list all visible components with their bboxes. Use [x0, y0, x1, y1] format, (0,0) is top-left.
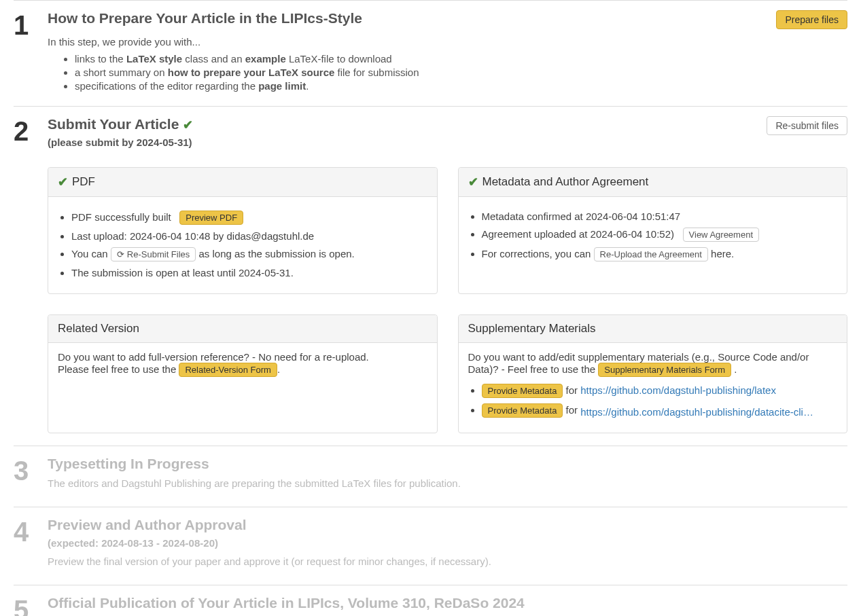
step-desc: Preview the final version of your paper … [48, 556, 847, 567]
panel-heading: ✔ PDF [48, 168, 437, 197]
step-5: 5 Official Publication of Your Article i… [14, 585, 847, 616]
step-number: 1 [14, 10, 48, 94]
related-text: Do you want to add full-version referenc… [58, 351, 427, 363]
pdf-panel: ✔ PDF PDF successfully built Preview PDF… [48, 167, 438, 294]
panel-heading: Related Version [48, 315, 437, 343]
step-3: 3 Typesetting In Progress The editors an… [14, 446, 847, 507]
panel-heading: Supplementary Materials [459, 315, 847, 343]
check-icon: ✔ [183, 118, 193, 132]
step-body: Submit Your Article ✔ (please submit by … [48, 116, 847, 433]
step-number: 2 [14, 116, 48, 433]
list-item: Provide Metadata for https://github.com/… [482, 384, 838, 398]
supplementary-materials-panel: Supplementary Materials Do you want to a… [458, 314, 848, 433]
list-item: Last upload: 2024-06-04 10:48 by didas@d… [71, 230, 427, 242]
list-item: Provide Metadata for https://github.com/… [482, 403, 838, 418]
bullet-item: a short summary on how to prepare your L… [75, 67, 847, 78]
step-number: 5 [14, 595, 48, 616]
list-item: You can ⟳Re-Submit Files as long as the … [71, 247, 427, 261]
supp-link[interactable]: https://github.com/dagstuhl-publishing/l… [580, 384, 776, 396]
step-4: 4 Preview and Author Approval (expected:… [14, 507, 847, 585]
list-item: Metadata confirmed at 2024-06-04 10:51:4… [482, 211, 838, 222]
step-subtitle: (expected: 2024-08-13 - 2024-08-20) [48, 537, 847, 549]
provide-metadata-button[interactable]: Provide Metadata [482, 403, 563, 418]
resubmit-files-button[interactable]: Re-submit files [767, 116, 847, 135]
view-agreement-button[interactable]: View Agreement [683, 228, 759, 242]
step-1: 1 How to Prepare Your Article in the LIP… [14, 0, 847, 106]
supplementary-materials-form-button[interactable]: Supplementary Materials Form [598, 363, 731, 377]
resubmit-files-inline-button[interactable]: ⟳Re-Submit Files [111, 247, 196, 261]
supp-intro: Do you want to add/edit supplementary ma… [468, 351, 838, 377]
step-title: How to Prepare Your Article in the LIPIc… [48, 10, 362, 26]
reupload-agreement-button[interactable]: Re-Upload the Agreement [594, 247, 708, 261]
panel-heading: ✔ Metadata and Author Agreement [459, 168, 847, 197]
refresh-icon: ⟳ [117, 249, 124, 259]
supp-link[interactable]: https://github.com/dagstuhl-publishing/d… [580, 406, 813, 418]
step-number: 3 [14, 456, 48, 494]
step-title: Typesetting In Progress [48, 456, 847, 472]
step-subtitle: (please submit by 2024-05-31) [48, 137, 193, 148]
related-version-form-button[interactable]: Related-Version Form [179, 363, 277, 377]
list-item: Agreement uploaded at 2024-06-04 10:52) … [482, 228, 838, 242]
list-item: For corrections, you can Re-Upload the A… [482, 247, 838, 261]
prepare-files-button[interactable]: Prepare files [776, 10, 847, 29]
provide-metadata-button[interactable]: Provide Metadata [482, 384, 563, 398]
check-icon: ✔ [58, 175, 68, 189]
check-icon: ✔ [468, 175, 478, 189]
step-body: How to Prepare Your Article in the LIPIc… [48, 10, 847, 94]
step-desc: The editors and Dagstuhl Publishing are … [48, 477, 847, 489]
step-bullets: links to the LaTeX style class and an ex… [48, 53, 847, 92]
list-item: PDF successfully built Preview PDF [71, 211, 427, 225]
step-number: 4 [14, 517, 48, 573]
bullet-item: links to the LaTeX style class and an ex… [75, 53, 847, 65]
step-intro: In this step, we provide you with... [48, 36, 847, 48]
list-item: The submission is open at least until 20… [71, 267, 427, 278]
step-title: Preview and Author Approval [48, 517, 847, 533]
step-2: 2 Submit Your Article ✔ (please submit b… [14, 106, 847, 446]
bullet-item: specifications of the editor regarding t… [75, 80, 847, 92]
step-title: Submit Your Article ✔ [48, 116, 193, 132]
related-version-panel: Related Version Do you want to add full-… [48, 314, 438, 433]
step-title: Official Publication of Your Article in … [48, 595, 847, 611]
preview-pdf-button[interactable]: Preview PDF [179, 211, 243, 225]
metadata-panel: ✔ Metadata and Author Agreement Metadata… [458, 167, 848, 294]
related-text: Please feel free to use the Related-Vers… [58, 363, 427, 377]
